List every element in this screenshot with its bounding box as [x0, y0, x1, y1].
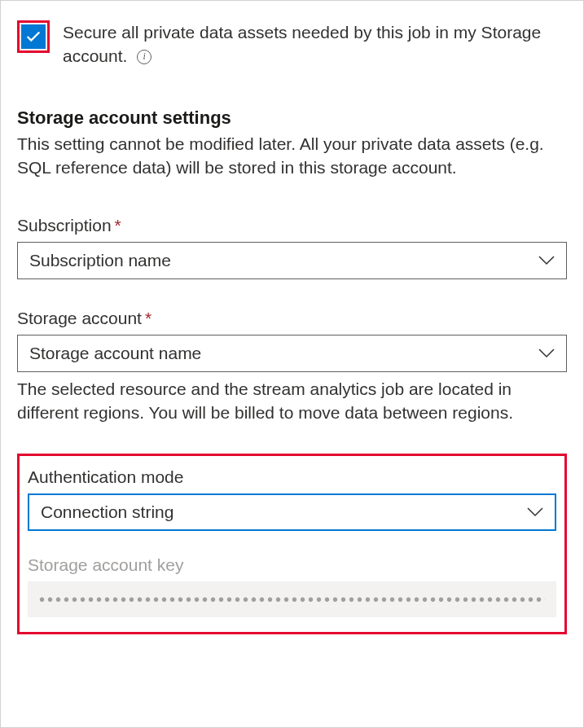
storage-account-dropdown[interactable]: Storage account name [17, 335, 567, 372]
chevron-down-icon [538, 349, 555, 358]
subscription-label: Subscription* [17, 216, 567, 235]
required-asterisk-icon: * [115, 216, 121, 235]
storage-key-input[interactable]: ••••••••••••••••••••••••••••••••••••••••… [28, 581, 556, 617]
secure-data-checkbox-label: Secure all private data assets needed by… [63, 20, 567, 68]
required-asterisk-icon: * [145, 309, 151, 327]
storage-settings-panel: Secure all private data assets needed by… [0, 0, 584, 728]
checkmark-icon [24, 28, 42, 46]
subscription-field-group: Subscription* Subscription name [17, 216, 567, 279]
storage-account-label-text: Storage account [17, 309, 142, 327]
storage-account-label: Storage account* [17, 309, 567, 328]
storage-key-masked-value: ••••••••••••••••••••••••••••••••••••••••… [39, 590, 545, 609]
section-heading: Storage account settings [17, 107, 567, 129]
secure-data-checkbox[interactable] [21, 24, 46, 49]
authentication-highlight-box: Authentication mode Connection string St… [17, 454, 567, 634]
auth-mode-dropdown[interactable]: Connection string [28, 493, 556, 531]
subscription-label-text: Subscription [17, 216, 112, 235]
checkbox-highlight-border [17, 20, 50, 53]
checkbox-label-text: Secure all private data assets needed by… [63, 23, 541, 65]
secure-data-checkbox-row: Secure all private data assets needed by… [17, 20, 567, 68]
chevron-down-icon [527, 507, 543, 517]
auth-mode-field-group: Authentication mode Connection string [28, 467, 556, 531]
storage-key-label: Storage account key [28, 555, 556, 575]
chevron-down-icon [538, 256, 555, 265]
storage-account-hint: The selected resource and the stream ana… [17, 377, 567, 425]
auth-mode-value: Connection string [41, 502, 173, 522]
storage-key-field-group: Storage account key ••••••••••••••••••••… [28, 555, 556, 617]
storage-account-field-group: Storage account* Storage account name Th… [17, 309, 567, 425]
subscription-dropdown[interactable]: Subscription name [17, 242, 567, 279]
storage-account-value: Storage account name [29, 344, 201, 363]
section-description: This setting cannot be modified later. A… [17, 132, 567, 180]
subscription-value: Subscription name [29, 251, 171, 270]
auth-mode-label: Authentication mode [28, 467, 556, 487]
info-icon[interactable]: i [137, 50, 151, 64]
